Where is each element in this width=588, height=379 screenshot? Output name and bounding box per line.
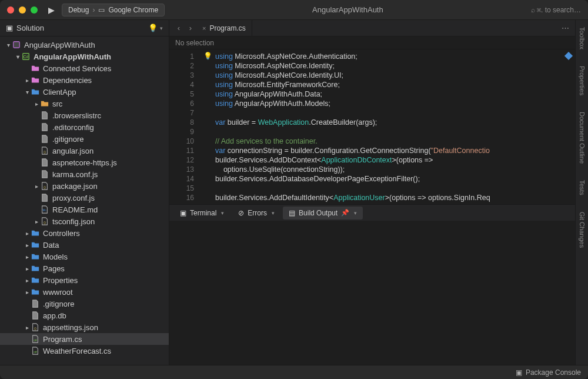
debug-config-selector[interactable]: Debug › ▭ Google Chrome	[62, 4, 165, 16]
lightbulb-icon[interactable]: 💡	[148, 24, 158, 32]
chevron-down-icon[interactable]: ▾	[221, 210, 224, 216]
tree-item-angularappwithauth[interactable]: ▾AngularAppWithAuth	[0, 39, 169, 51]
tree-item--browserslistrc[interactable]: .browserslistrc	[0, 109, 169, 121]
close-tab-icon[interactable]: ×	[202, 25, 206, 32]
tree-item-weatherforecast-cs[interactable]: c#WeatherForecast.cs	[0, 345, 169, 357]
tree-twisty[interactable]: ▾	[24, 89, 31, 95]
run-button[interactable]: ▶	[48, 5, 55, 15]
tree-item--gitignore[interactable]: .gitignore	[0, 298, 169, 310]
maximize-window-button[interactable]	[31, 6, 38, 14]
minimize-window-button[interactable]	[19, 6, 26, 14]
lightbulb-icon[interactable]: 💡	[203, 52, 212, 60]
tree-item-label: proxy.conf.js	[52, 194, 95, 202]
folderP-icon	[31, 75, 40, 85]
tree-item-data[interactable]: ▸Data	[0, 239, 169, 251]
panel-tab-label: Build Output	[299, 209, 338, 217]
tree-item--gitignore[interactable]: .gitignore	[0, 133, 169, 145]
tree-twisty[interactable]: ▸	[24, 242, 31, 248]
code-editor[interactable]: 12345678910111213141516171819 💡 using Mi…	[169, 49, 575, 204]
tree-item-pages[interactable]: ▸Pages	[0, 262, 169, 274]
pin-icon[interactable]: 📌	[341, 209, 349, 217]
tree-item-label: src	[52, 99, 62, 108]
chevron-right-icon: ›	[92, 6, 95, 14]
tree-twisty[interactable]: ▸	[24, 77, 31, 84]
tree-twisty[interactable]: ▸	[33, 183, 40, 190]
tree-item-controllers[interactable]: ▸Controllers	[0, 227, 169, 239]
tree-item-angularappwithauth[interactable]: ▾C#AngularAppWithAuth	[0, 51, 169, 62]
tree-item-label: angular.json	[52, 147, 93, 155]
tree-item-tsconfig-json[interactable]: ▸{}tsconfig.json	[0, 215, 169, 227]
sln-icon	[12, 40, 21, 49]
rail-tab-document-outline[interactable]: Document Outline	[579, 109, 586, 166]
code-content[interactable]: using Microsoft.AspNetCore.Authenticatio…	[201, 49, 575, 204]
panel-tab-terminal[interactable]: ▣Terminal▾	[174, 207, 230, 220]
nav-forward-button[interactable]: ›	[185, 24, 196, 32]
chevron-down-icon[interactable]: ▾	[354, 210, 357, 216]
tree-item-program-cs[interactable]: c#Program.cs	[0, 333, 169, 345]
tab-overflow-button[interactable]: ⋯	[562, 24, 569, 32]
chevron-down-icon[interactable]: ▾	[160, 25, 163, 31]
tree-item-dependencies[interactable]: ▸Dependencies	[0, 74, 169, 86]
window-controls	[7, 6, 38, 14]
rail-tab-git-changes[interactable]: Git Changes	[579, 210, 586, 250]
tree-twisty[interactable]: ▸	[24, 265, 31, 272]
tree-item-appsettings-json[interactable]: ▸{}appsettings.json	[0, 321, 169, 333]
tree-item-angular-json[interactable]: {}angular.json	[0, 145, 169, 157]
panel-tab-icon: ⊘	[238, 209, 244, 217]
chevron-down-icon[interactable]: ▾	[272, 210, 275, 216]
tree-item-label: .browserslistrc	[52, 111, 101, 120]
build-output-panel[interactable]	[169, 221, 575, 365]
file-icon	[40, 122, 49, 132]
tree-item-readme-md[interactable]: M↓README.md	[0, 204, 169, 215]
tree-twisty[interactable]: ▸	[24, 324, 31, 331]
tree-twisty[interactable]: ▾	[5, 42, 12, 48]
tree-item-label: AngularAppWithAuth	[34, 52, 111, 61]
tree-twisty[interactable]: ▸	[24, 254, 31, 260]
panel-icon: ▣	[6, 24, 13, 32]
file-icon	[40, 169, 49, 179]
tree-item-models[interactable]: ▸Models	[0, 251, 169, 262]
nav-back-button[interactable]: ‹	[173, 24, 185, 32]
statusbar: ▣ Package Console	[0, 365, 588, 379]
editor-tabbar: ‹ › × Program.cs ⋯	[169, 20, 575, 36]
tree-item-label: AngularAppWithAuth	[24, 41, 95, 49]
rail-tab-tests[interactable]: Tests	[579, 178, 586, 198]
tree-item-label: aspnetcore-https.js	[52, 158, 117, 167]
tree-twisty[interactable]: ▸	[24, 230, 31, 237]
search-hint[interactable]: ⌕ ⌘. to search…	[531, 6, 581, 14]
tree-item-src[interactable]: ▸src	[0, 98, 169, 109]
panel-tab-build-output[interactable]: ▤Build Output📌▾	[283, 207, 363, 220]
tree-item-package-json[interactable]: ▸{}package.json	[0, 180, 169, 192]
tab-label: Program.cs	[209, 24, 245, 32]
tree-twisty[interactable]: ▸	[24, 289, 31, 295]
panel-tab-errors[interactable]: ⊘Errors▾	[232, 207, 280, 220]
file-icon	[31, 299, 40, 308]
tree-twisty[interactable]: ▸	[24, 277, 31, 284]
tree-item-properties[interactable]: ▸Properties	[0, 274, 169, 286]
package-console-button[interactable]: Package Console	[526, 368, 581, 377]
tree-twisty[interactable]: ▾	[14, 54, 21, 60]
tree-twisty[interactable]: ▸	[33, 218, 40, 225]
csproj-icon: C#	[21, 52, 31, 61]
close-window-button[interactable]	[7, 6, 14, 14]
rail-tab-toolbox[interactable]: Toolbox	[579, 25, 586, 52]
tree-twisty[interactable]: ▸	[33, 101, 40, 107]
tree-item-karma-conf-js[interactable]: karma.conf.js	[0, 168, 169, 180]
tree-item-app-db[interactable]: app.db	[0, 310, 169, 321]
tree-item-connected-services[interactable]: Connected Services	[0, 62, 169, 74]
folder-icon	[31, 228, 40, 238]
tree-item-wwwroot[interactable]: ▸wwwroot	[0, 286, 169, 298]
editor-tab-program[interactable]: × Program.cs	[196, 20, 252, 36]
breadcrumb[interactable]: No selection	[169, 36, 575, 49]
tree-item-proxy-conf-js[interactable]: proxy.conf.js	[0, 192, 169, 204]
tree-item--editorconfig[interactable]: .editorconfig	[0, 121, 169, 133]
tree-item-aspnetcore-https-js[interactable]: aspnetcore-https.js	[0, 157, 169, 168]
tree-item-label: Data	[43, 241, 59, 250]
bottom-panel-tabs: ▣Terminal▾⊘Errors▾▤Build Output📌▾	[169, 204, 575, 221]
panel-tab-icon: ▤	[289, 209, 295, 217]
rail-tab-properties[interactable]: Properties	[579, 64, 586, 98]
titlebar: ▶ Debug › ▭ Google Chrome AngularAppWith…	[0, 0, 588, 20]
tree-item-clientapp[interactable]: ▾ClientApp	[0, 86, 169, 98]
tree-item-label: .gitignore	[52, 135, 83, 144]
package-console-icon[interactable]: ▣	[516, 368, 522, 377]
